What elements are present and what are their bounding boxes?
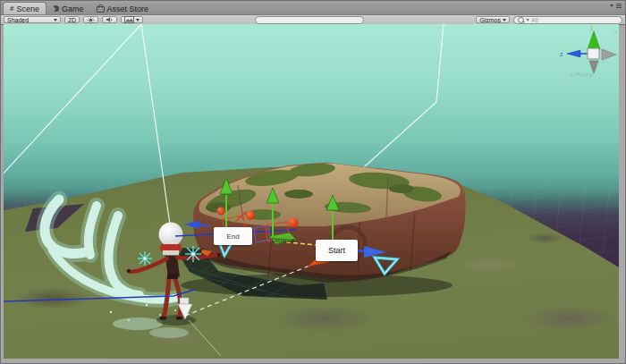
sun-icon [87, 16, 95, 24]
spark-burst-right [185, 246, 201, 262]
spark-burst-left [138, 251, 152, 266]
scene-overlay: y z x [4, 24, 619, 359]
tab-scene[interactable]: # Scene [3, 2, 47, 14]
scene-effects-dropdown[interactable] [121, 16, 143, 23]
tab-menu-icon[interactable] [616, 4, 622, 8]
end-waypoint-label[interactable]: End [214, 227, 252, 245]
character-belt [167, 274, 178, 279]
tab-dropdown-caret-icon[interactable] [610, 4, 613, 7]
projection-toggle[interactable]: < Persp [570, 71, 593, 79]
gizmo-z-label: z [560, 51, 563, 57]
character-hand [127, 269, 131, 273]
scene-viewport[interactable]: y z x End Start Distance < Persp [4, 24, 619, 359]
tab-game-label: Game [62, 4, 84, 13]
tab-asset-store-label: Asset Store [107, 4, 149, 13]
head-band [160, 244, 182, 251]
character-hand [217, 253, 221, 257]
gizmos-search-group [255, 16, 364, 24]
tab-options [610, 4, 622, 8]
2d-toggle-label: 2D [68, 17, 76, 23]
store-bag-icon [97, 6, 105, 13]
scene-grid-icon: # [10, 4, 13, 13]
tab-asset-store[interactable]: Asset Store [90, 3, 156, 14]
gizmo-y-cone[interactable] [588, 31, 600, 49]
gizmo-y-label: y [590, 24, 594, 31]
image-icon [124, 16, 134, 23]
feet-marker-box [180, 298, 189, 304]
gizmos-label: Gizmos [479, 17, 501, 23]
unity-editor-window: # Scene Game Asset Store Shaded 2D [0, 0, 626, 364]
distance-label: Distance [272, 237, 294, 243]
game-pacman-icon [53, 5, 59, 12]
character-foot [160, 317, 166, 320]
start-waypoint-label[interactable]: Start [316, 240, 358, 261]
scene-lighting-button[interactable] [83, 16, 98, 23]
gizmo-x-label: x [614, 30, 617, 35]
gizmo-z-cone[interactable] [567, 50, 580, 57]
character-foot [176, 317, 182, 320]
gizmo-x-cone[interactable] [602, 49, 616, 60]
tab-bar: # Scene Game Asset Store [1, 1, 625, 15]
head-base [163, 250, 179, 255]
head-sphere [159, 223, 183, 247]
search-filter-caret-icon [526, 19, 529, 21]
chevron-down-icon [136, 19, 140, 21]
chevron-down-icon [503, 19, 506, 21]
end-label-text: End [226, 233, 239, 241]
2d-toggle-button[interactable]: 2D [64, 16, 80, 23]
gizmos-dropdown[interactable]: Gizmos [476, 16, 510, 23]
tab-game[interactable]: Game [47, 3, 90, 14]
search-magnifier-icon [518, 17, 524, 23]
orientation-gizmo[interactable]: y z x [560, 24, 617, 73]
chevron-down-icon [54, 19, 57, 21]
tab-scene-label: Scene [16, 4, 39, 13]
gizmo-center-cube[interactable] [588, 48, 599, 59]
start-label-text: Start [328, 246, 345, 255]
search-value: All [531, 17, 538, 23]
shading-mode-dropdown[interactable]: Shaded [4, 16, 61, 23]
scene-audio-button[interactable] [102, 16, 117, 23]
speaker-icon [106, 16, 114, 23]
search-input[interactable]: All [513, 16, 622, 24]
shading-mode-label: Shaded [7, 17, 29, 23]
